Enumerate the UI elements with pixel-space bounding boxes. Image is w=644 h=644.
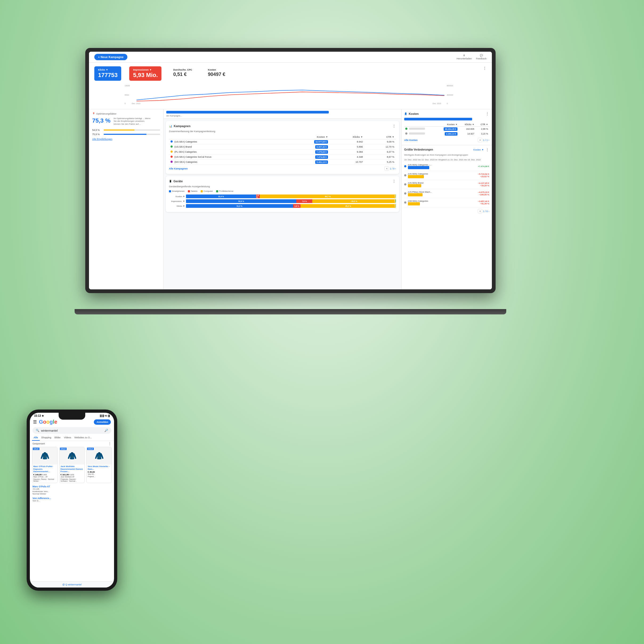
- impressionen-metric[interactable]: Impressionen ▼ 5,93 Mio.: [129, 66, 161, 81]
- kampagnen-col-kosten[interactable]: Kosten ▼: [285, 135, 330, 139]
- kampagnen-cell-name-0: (US:SEA) Categories: [169, 139, 285, 144]
- device-icon: 📱: [169, 180, 172, 183]
- alle-kampagnen-link[interactable]: Alle Kampagnen: [169, 167, 188, 170]
- tab-websites[interactable]: Websites zu O...: [73, 435, 94, 441]
- product-price-3: € 45,00: [88, 471, 111, 473]
- kosten-page: 1 / 1 ›: [483, 139, 489, 141]
- feedback-label: Feedback: [476, 57, 487, 60]
- geraete-panel: 📱 Geräte ⋮ Geräteübergreifende Anzeigenl…: [166, 176, 399, 212]
- laptop-base: [75, 309, 506, 314]
- new-campaign-button[interactable]: + Neue Kampagne: [94, 54, 127, 60]
- kampagnen-col-ctr[interactable]: CTR ▼: [364, 135, 396, 139]
- kosten-table: Kosten ▼ Klicks ▼ CTR ▼ 88.204,35 €: [404, 123, 489, 136]
- phone-gesponsert: Gesponsert ⋮: [30, 441, 114, 446]
- kampagnen-cell-kosten-0: 16.577,65 €: [285, 139, 330, 144]
- organic-name-1[interactable]: Marc O'Polo AT: [33, 485, 111, 488]
- change-bar-area-3: [408, 193, 469, 196]
- changes-pagination[interactable]: ‹ 1 / 6 ›: [478, 209, 489, 213]
- bar-row-label-0[interactable]: Kosten ▼: [169, 195, 185, 198]
- bar-row-label-2[interactable]: Klicks ▼: [169, 205, 185, 207]
- bar-row-label-1[interactable]: Impression. ▼: [169, 200, 185, 202]
- kampagnen-row-2[interactable]: (PL:SEA) Categories 7.475,69 € 9.384 6,0…: [169, 149, 396, 155]
- lens-icon[interactable]: 🔎: [104, 429, 108, 432]
- tab-alle[interactable]: Alle: [32, 435, 40, 441]
- kampagnen-row-3[interactable]: (US:SEA) Categories SoCal Focus 7.474,08…: [169, 155, 396, 160]
- gesponsert-more-button[interactable]: ⋮: [108, 442, 111, 445]
- phone-products: SALE 🧥 Marc O'Polo Puffer-Kapuzen-Daunen…: [30, 446, 114, 484]
- bottom-search-bar[interactable]: @ Q wintermantel: [30, 581, 114, 588]
- center-panel: der Kampagne... 📊 Kampagnen ⋮: [164, 109, 401, 289]
- kampagnen-cell-ctr-0: 9,09 %: [364, 139, 396, 144]
- kosten-pagination[interactable]: ‹ 1 / 1 ›: [478, 138, 489, 142]
- kampagnen-prev-button[interactable]: ‹: [384, 166, 389, 171]
- anmelden-button[interactable]: Anmelden: [94, 419, 111, 425]
- kosten-col-name: [404, 123, 436, 127]
- product-price-2: € 161,95 € 270: [60, 473, 83, 476]
- changes-prev-button[interactable]: ‹: [478, 209, 482, 213]
- battery-icon: ▓: [108, 415, 110, 417]
- opt-score-description: Ihr Optimierungsfaktor beträgt ... Wenn …: [114, 117, 151, 125]
- bar-container-0: 33,4 %1,8 %64,7 %0,1 %: [186, 195, 396, 198]
- change-value-1: −5.719,92 € −23,62 %: [471, 173, 489, 178]
- kosten-col-ctr[interactable]: CTR ▼: [475, 123, 489, 127]
- product-card-3[interactable]: SALE 🧥 Vero Moda Vmmella – Dam... € 45,0…: [86, 447, 112, 483]
- ads-header: + Neue Kampagne ⬇ Herunterladen 💬 Feedba…: [89, 52, 492, 63]
- geraete-subtitle: Geräteübergreifende Anzeigenleistung: [169, 185, 396, 188]
- geraete-more-button[interactable]: ⋮: [392, 179, 396, 183]
- phone-screen: 15:13 ★ ▐▐▐ 5G ▓ ☰ Google Anmelden: [30, 413, 114, 588]
- tab-shopping[interactable]: Shopping: [40, 435, 53, 441]
- laptop-screen: + Neue Kampagne ⬇ Herunterladen 💬 Feedba…: [89, 52, 492, 289]
- change-bar-area-4: [408, 202, 469, 205]
- change-value-2: −4.137,65 € −33,25 %: [471, 182, 489, 187]
- kampagnen-col-klicks[interactable]: Klicks ▼: [330, 135, 364, 139]
- score-item-1-pct: 54,9 %: [92, 129, 102, 131]
- sale-badge-2: SALE: [60, 448, 67, 450]
- feedback-action[interactable]: 💬 Feedback: [476, 54, 487, 60]
- alle-konten-link[interactable]: Alle Konten: [404, 139, 418, 141]
- changes-date-range: 19. Dez. 2022 bis 22. Dez. 2023 im Vergl…: [404, 159, 489, 161]
- opt-score-header: 📍 Optimierungsfaktor: [92, 112, 160, 115]
- alle-empfehlungen-link[interactable]: Alle Empfehlungen: [92, 138, 160, 140]
- bar-segment-2-0: 51,0 %: [186, 204, 293, 208]
- kampagnen-col-name: [169, 135, 285, 139]
- changes-subtitle: Wichtigste Änderungen an Ihren Kampagnen…: [404, 154, 489, 156]
- kampagnen-more-button[interactable]: ⋮: [392, 124, 396, 128]
- kosten-col-kosten[interactable]: Kosten ▼: [436, 123, 459, 127]
- kampagnen-row-0[interactable]: (US:SEA) Categories 16.577,65 € 8.942 9,…: [169, 139, 396, 144]
- product-card-2[interactable]: SALE 🧥 Jack Wolfskin Daunenmantel Damen …: [59, 447, 85, 483]
- svg-text:Dez. 2022: Dez. 2022: [132, 103, 140, 105]
- kampagnen-row-1[interactable]: (US:SEA) Brand 8.307,42 € 5.896 12,70 %: [169, 144, 396, 149]
- bottom-panels: 📍 Optimierungsfaktor 75,3 % Ihr Optimier…: [89, 109, 492, 289]
- changes-kosten-label[interactable]: Kosten ▼: [473, 148, 484, 151]
- product-price-1: € 149,95 € 900: [33, 473, 56, 476]
- phone-time: 15:13 ★: [34, 414, 44, 417]
- kosten-col-klicks[interactable]: Klicks ▼: [459, 123, 475, 127]
- kampagnen-pagination[interactable]: ‹ 1 / 9 ›: [384, 166, 396, 171]
- kosten-right-more-button[interactable]: ⋮: [485, 112, 489, 116]
- kampagnen-cell-name-2: (PL:SEA) Categories: [169, 149, 285, 155]
- svg-text:0: 0: [125, 103, 126, 105]
- kosten-cell-ctr-0: 2,99 %: [475, 127, 489, 132]
- herunterladen-action[interactable]: ⬇ Herunterladen: [456, 54, 472, 60]
- klicks-metric[interactable]: Klicks ▼ 177753: [94, 66, 121, 81]
- tab-videos[interactable]: Videos: [62, 435, 73, 441]
- cpc-value: 0,51 €: [173, 72, 192, 77]
- tab-bilder[interactable]: Bilder: [53, 435, 62, 441]
- phone-organic-results: Marc O'Polo AT +€ 4,95 Kostenloser Vers.…: [30, 484, 114, 505]
- location-icon: 📍: [92, 112, 95, 115]
- kosten-cell-klicks-0: 162.826: [459, 127, 475, 132]
- change-bar-area-0: [408, 166, 469, 169]
- bar-segment-0-0: 33,4 %: [186, 195, 256, 198]
- product-info-1: Marc O'Polo Puffer-Kapuzen-Daunenmantel.…: [32, 464, 57, 483]
- changes-more-button[interactable]: ⋮: [485, 148, 489, 152]
- metrics-more-button[interactable]: ⋮: [483, 66, 487, 70]
- phone-search-bar[interactable]: 🔍 wintermantel 🔎: [33, 427, 111, 434]
- product-card-1[interactable]: SALE 🧥 Marc O'Polo Puffer-Kapuzen-Daunen…: [32, 447, 58, 483]
- kosten-cell-kosten-0: 88.204,35 €: [436, 127, 459, 132]
- organic-name-2[interactable]: Von Adference...: [33, 497, 111, 500]
- kampagnen-cell-kosten-1: 8.307,42 €: [285, 144, 330, 149]
- sale-badge-3: SALE: [87, 448, 94, 450]
- menu-icon[interactable]: ☰: [33, 419, 37, 424]
- kosten-prev-button[interactable]: ‹: [478, 138, 482, 142]
- kampagnen-row-4[interactable]: (MX:SEA) Categories 5.481,13 € 10.707 5,…: [169, 160, 396, 165]
